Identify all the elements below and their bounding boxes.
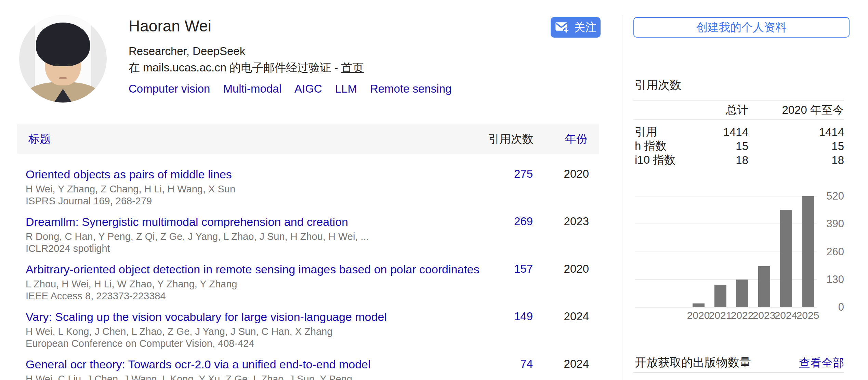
open-access-divider bbox=[633, 372, 844, 373]
publication-row: Vary: Scaling up the vision vocabulary f… bbox=[26, 309, 599, 357]
cited-by-count-link[interactable]: 157 bbox=[514, 262, 533, 275]
y-axis-tick-label: 260 bbox=[826, 246, 844, 258]
publication-venue: ICLR2024 spotlight bbox=[26, 243, 491, 255]
stat-value-all: 15 bbox=[700, 140, 748, 153]
y-axis-tick-label: 0 bbox=[838, 301, 844, 313]
portrait-eye bbox=[55, 64, 60, 66]
publication-venue: ISPRS Journal 169, 268-279 bbox=[26, 195, 491, 207]
stats-rows: 引用14141414h 指数1515i10 指数1818 bbox=[635, 125, 844, 167]
citation-bar[interactable] bbox=[802, 196, 814, 307]
sort-by-year-link[interactable]: 年份 bbox=[565, 132, 588, 147]
publication-year: 2020 bbox=[564, 262, 589, 275]
profile-photo bbox=[19, 15, 107, 103]
profile-header: Haoran Wei Researcher, DeepSeek 在 mails.… bbox=[129, 16, 464, 96]
portrait-eye bbox=[67, 64, 72, 66]
stats-col-since: 2020 年至今 bbox=[748, 103, 844, 118]
cited-by-count-link[interactable]: 269 bbox=[514, 215, 533, 228]
publication-venue: European Conference on Computer Vision, … bbox=[26, 338, 491, 350]
chart-x-axis-labels: 202020212022202320242025 bbox=[635, 310, 817, 322]
publication-row: Dreamllm: Synergistic multimodal compreh… bbox=[26, 214, 599, 262]
homepage-link[interactable]: 首页 bbox=[341, 61, 364, 74]
citation-bar[interactable] bbox=[736, 280, 748, 307]
email-plus-icon bbox=[555, 21, 570, 33]
stat-value-all: 18 bbox=[700, 154, 748, 167]
verified-email-text: 在 mails.ucas.ac.cn 的电子邮件经过验证 - bbox=[129, 61, 341, 74]
view-all-link[interactable]: 查看全部 bbox=[799, 355, 844, 371]
publications-list: Oriented objects as pairs of middle line… bbox=[26, 167, 599, 380]
interest-tag[interactable]: Remote sensing bbox=[370, 82, 451, 95]
publication-year: 2024 bbox=[564, 357, 589, 370]
sort-by-title-link[interactable]: 标题 bbox=[28, 132, 51, 147]
citations-bar-chart bbox=[635, 196, 817, 307]
y-axis-tick-label: 130 bbox=[826, 273, 844, 286]
publication-year: 2024 bbox=[564, 310, 589, 323]
publications-table-header: 标题 引用次数 年份 bbox=[17, 124, 599, 154]
verified-email-line: 在 mails.ucas.ac.cn 的电子邮件经过验证 - 首页 bbox=[129, 61, 464, 74]
publication-year: 2023 bbox=[564, 215, 589, 228]
create-profile-button[interactable]: 创建我的个人资料 bbox=[633, 17, 850, 38]
portrait-mouth bbox=[59, 77, 67, 79]
cited-by-count-link[interactable]: 149 bbox=[514, 310, 533, 323]
stat-row: h 指数1515 bbox=[635, 139, 844, 153]
chart-y-axis-labels: 0130260390520 bbox=[820, 196, 844, 307]
interest-tag[interactable]: LLM bbox=[335, 82, 357, 95]
publication-row: General ocr theory: Towards ocr-2.0 via … bbox=[26, 357, 599, 380]
interest-tag[interactable]: Multi-modal bbox=[223, 82, 281, 95]
publication-title-link[interactable]: Dreamllm: Synergistic multimodal compreh… bbox=[26, 214, 348, 229]
cited-by-column-header: 引用次数 bbox=[488, 132, 534, 147]
stat-value-all: 1414 bbox=[700, 126, 748, 139]
cited-by-count-link[interactable]: 74 bbox=[520, 357, 533, 370]
y-axis-tick-label: 520 bbox=[826, 190, 844, 202]
publication-authors: R Dong, C Han, Y Peng, Z Qi, Z Ge, J Yan… bbox=[26, 231, 491, 243]
publication-authors: L Zhou, H Wei, H Li, W Zhao, Y Zhang, Y … bbox=[26, 278, 491, 290]
publication-title-link[interactable]: General ocr theory: Towards ocr-2.0 via … bbox=[26, 357, 371, 372]
publication-authors: H Wei, L Kong, J Chen, L Zhao, Z Ge, J Y… bbox=[26, 326, 491, 338]
profile-name: Haoran Wei bbox=[129, 16, 464, 36]
stats-col-all: 总计 bbox=[700, 103, 748, 118]
content-divider bbox=[622, 15, 622, 380]
scholar-profile-page: Haoran Wei Researcher, DeepSeek 在 mails.… bbox=[0, 0, 868, 380]
profile-affiliation: Researcher, DeepSeek bbox=[129, 44, 464, 58]
follow-button[interactable]: 关注 bbox=[551, 17, 601, 38]
citation-bar[interactable] bbox=[714, 285, 726, 307]
open-access-heading: 开放获取的出版物数量 bbox=[635, 355, 751, 370]
publication-authors: H Wei, Y Zhang, Z Chang, H Li, H Wang, X… bbox=[26, 183, 491, 195]
publication-venue: IEEE Access 8, 223373-223384 bbox=[26, 290, 491, 302]
citations-heading[interactable]: 引用次数 bbox=[635, 77, 681, 93]
follow-button-label: 关注 bbox=[574, 20, 596, 35]
stats-divider-top bbox=[633, 100, 844, 100]
publication-row: Oriented objects as pairs of middle line… bbox=[26, 167, 599, 214]
stat-value-since: 15 bbox=[748, 140, 844, 153]
citation-bar[interactable] bbox=[780, 210, 792, 307]
stats-column-headers: 总计 2020 年至今 bbox=[635, 103, 844, 118]
publication-title-link[interactable]: Oriented objects as pairs of middle line… bbox=[26, 167, 232, 182]
y-axis-tick-label: 390 bbox=[826, 218, 844, 230]
citation-bar[interactable] bbox=[758, 266, 770, 307]
stat-value-since: 1414 bbox=[748, 126, 844, 139]
stat-label: h 指数 bbox=[635, 138, 700, 154]
stat-label: 引用 bbox=[635, 124, 700, 140]
stat-row: 引用14141414 bbox=[635, 125, 844, 139]
interest-tags: Computer visionMulti-modalAIGCLLMRemote … bbox=[129, 82, 464, 96]
publication-row: Arbitrary-oriented object detection in r… bbox=[26, 262, 599, 309]
publication-year: 2020 bbox=[564, 167, 589, 180]
publication-title-link[interactable]: Vary: Scaling up the vision vocabulary f… bbox=[26, 309, 387, 324]
interest-tag[interactable]: Computer vision bbox=[129, 82, 210, 95]
stat-row: i10 指数1818 bbox=[635, 153, 844, 167]
stat-label: i10 指数 bbox=[635, 152, 700, 168]
cited-by-count-link[interactable]: 275 bbox=[514, 167, 533, 180]
stats-divider-bottom bbox=[633, 119, 844, 120]
stat-value-since: 18 bbox=[748, 154, 844, 167]
portrait-fringe bbox=[43, 37, 83, 53]
citation-bar[interactable] bbox=[693, 303, 705, 307]
chart-gridline bbox=[635, 196, 817, 196]
x-axis-year-label: 2025 bbox=[792, 310, 823, 321]
publication-authors: H Wei, C Liu, J Chen, J Wang, L Kong, Y … bbox=[26, 373, 491, 380]
publication-title-link[interactable]: Arbitrary-oriented object detection in r… bbox=[26, 262, 479, 277]
interest-tag[interactable]: AIGC bbox=[294, 82, 322, 95]
